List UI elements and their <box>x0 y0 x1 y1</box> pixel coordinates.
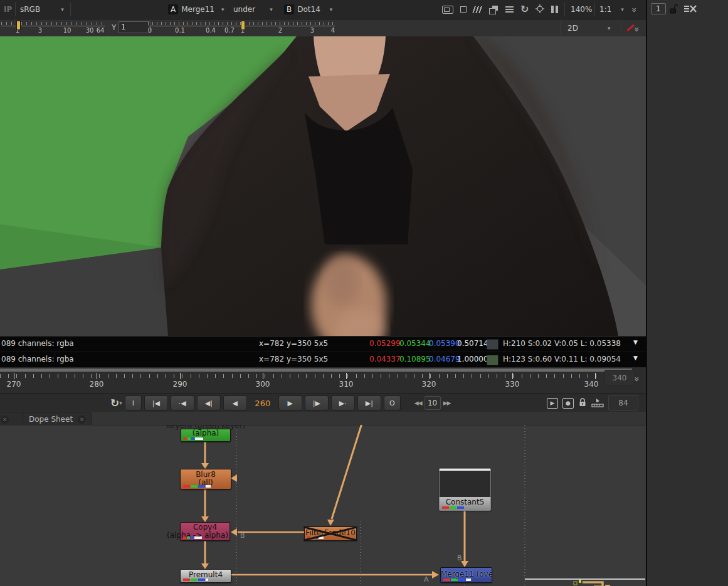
loop-mode-button[interactable]: ↻ ▾ <box>110 397 122 409</box>
cursor-coords: x=782 y=350 5x5 <box>259 339 328 348</box>
tab-dope-sheet[interactable]: Dope Sheet × <box>23 412 92 426</box>
chevron-down-icon: ▾ <box>330 6 333 13</box>
node-connections <box>0 425 646 586</box>
set-in-point-button[interactable]: I <box>125 395 142 411</box>
range-end-box[interactable]: 340 <box>604 370 635 386</box>
zoom-level[interactable]: 140% <box>571 0 592 19</box>
viewer-input-number[interactable]: 1 <box>651 3 666 14</box>
transport-bar: ↻ ▾ I |◀ ·◀ ◀| ◀ 260 ▶ |▶ ▶· ▶| O ◀◀ 10 … <box>0 393 646 412</box>
gamma-tick-label: 3 <box>310 27 314 34</box>
channel-indicator <box>307 536 324 539</box>
set-out-point-button[interactable]: O <box>384 395 401 411</box>
refresh-icon[interactable]: ↻ <box>520 5 529 14</box>
decrement-frame-button[interactable]: ◀◀ <box>414 400 422 406</box>
playback-controls: ↻ ▾ I |◀ ·◀ ◀| ◀ 260 ▶ |▶ ▶· ▶| O ◀◀ 10 … <box>110 395 450 411</box>
go-to-start-button[interactable]: |◀ <box>144 395 168 411</box>
chevron-down-icon: ▾ <box>608 25 611 31</box>
input-a-badge: A <box>168 4 178 14</box>
clipping-warning-icon[interactable] <box>472 6 483 13</box>
lock-range-icon[interactable] <box>578 397 587 409</box>
viewer-toolbar: IP sRGB ▾ A Merge11 ▾ under ▾ B Dot14 ▾ … <box>0 0 646 19</box>
node-graph-panel: r × Dope Sheet × <box>0 412 646 586</box>
frame-tick-label: 270 <box>7 380 21 389</box>
increment-frame-button[interactable]: ▶▶ <box>443 400 451 406</box>
flipbook-play-icon[interactable]: ▶ <box>547 398 558 409</box>
viewer-canvas[interactable] <box>0 36 646 336</box>
format-frame-icon[interactable] <box>442 6 453 14</box>
fieldlines-icon[interactable] <box>505 6 514 13</box>
safe-zone-icon[interactable] <box>535 4 544 15</box>
monitor-output-icon[interactable] <box>683 4 697 15</box>
next-keyframe-button[interactable]: ▶· <box>331 395 355 411</box>
record-icon[interactable]: ● <box>562 398 574 409</box>
view-mode-dropdown[interactable]: 2D ▾ <box>567 19 610 36</box>
colorspace-dropdown[interactable]: sRGB ▾ <box>20 0 64 19</box>
step-back-button[interactable]: ◀| <box>197 395 221 411</box>
viewer-icon-strip: ↻ <box>442 0 558 19</box>
node-constant[interactable]: Constant5 <box>439 468 491 511</box>
close-icon[interactable]: × <box>78 416 86 424</box>
divider <box>15 3 16 16</box>
input-a-dropdown[interactable]: A Merge11 ▾ <box>168 0 224 19</box>
channel-indicator <box>184 437 203 440</box>
chevron-down-icon[interactable]: ▼ <box>633 355 638 361</box>
color-swatch <box>487 355 499 365</box>
input-b-dropdown[interactable]: B Dot14 ▾ <box>284 0 332 19</box>
collapse-timeline-icon[interactable]: » <box>632 377 642 381</box>
close-icon[interactable]: × <box>1 416 9 424</box>
node-filter-erode[interactable]: FilterErode10 <box>304 526 357 541</box>
flipbook-controls: ▶ ● 84 <box>547 395 638 411</box>
node-merge[interactable]: Merge11 (over) <box>440 567 492 583</box>
node-keyer[interactable]: Keyer6 (green keyer) (alpha) <box>181 429 231 442</box>
node-graph-minimap[interactable] <box>525 578 645 586</box>
node-blur[interactable]: Blur8 (all) <box>180 469 231 489</box>
pixel-info-bar-b: 089 channels: rgba x=782 y=350 5x5 0.043… <box>0 352 646 368</box>
timeline-scrollbar[interactable] <box>0 369 632 372</box>
chevron-down-icon: ▾ <box>119 400 122 406</box>
collapse-toolbar-icon[interactable]: » <box>631 8 640 12</box>
gain-slider-handle[interactable] <box>16 21 21 30</box>
gamma-tick-label: 0.1 <box>175 27 185 34</box>
current-frame-display[interactable]: 260 <box>250 396 276 410</box>
input-b-badge: B <box>284 4 294 14</box>
pause-updates-icon[interactable] <box>551 6 558 13</box>
gain-tick-label: 3 <box>38 27 42 34</box>
chevron-down-icon: ▾ <box>221 6 224 13</box>
gamma-value-input[interactable]: 1 <box>118 21 150 33</box>
viewer-image <box>0 36 646 336</box>
timeline[interactable]: 270 280 290 300 310 320 330 340 340 » <box>0 367 646 393</box>
chevron-down-icon[interactable]: ▼ <box>633 339 638 345</box>
chevron-down-icon: ▾ <box>270 6 273 13</box>
channel-indicator <box>442 506 464 509</box>
red-value: 0.05299 <box>369 339 401 348</box>
step-forward-button[interactable]: |▶ <box>305 395 329 411</box>
pixel-info-bar-a: 089 channels: rgba x=782 y=350 5x5 0.052… <box>0 337 646 352</box>
wipe-overlay-icon[interactable] <box>489 6 499 13</box>
gain-slider[interactable]: 1 3 10 30 64 <box>1 21 105 35</box>
gamma-slider-handle[interactable] <box>241 21 245 30</box>
node-premult[interactable]: Premult4 <box>180 569 231 583</box>
channels-label: 089 channels: rgba <box>1 355 74 364</box>
viewer-control-row: 1 3 10 30 64 Y 1 0 0.1 0.4 0.7 1 2 3 4 2… <box>0 19 646 37</box>
fps-display[interactable]: 84 <box>608 395 638 411</box>
input-process-toggle[interactable]: IP <box>4 0 12 19</box>
proxy-dropdown[interactable]: 1:1 ▾ <box>599 0 624 19</box>
gamma-slider[interactable]: 0 0.1 0.4 0.7 1 2 3 4 <box>148 21 335 35</box>
frame-tick-label: 330 <box>505 380 520 389</box>
frame-range-ruler-icon[interactable] <box>591 397 604 409</box>
gamma-tick-label: 0 <box>148 27 152 34</box>
gain-tick-label: 64 <box>97 27 105 34</box>
frame-tick-label: 310 <box>339 380 354 389</box>
go-to-end-button[interactable]: ▶| <box>357 395 381 411</box>
frame-increment-box[interactable]: 10 <box>425 396 441 410</box>
collapse-row-icon[interactable]: » <box>632 27 642 31</box>
play-backward-button[interactable]: ◀ <box>223 395 247 411</box>
color-swatch <box>487 339 499 350</box>
play-button[interactable]: ▶ <box>278 395 302 411</box>
merge-operation-dropdown[interactable]: under ▾ <box>233 0 273 19</box>
region-of-interest-icon[interactable] <box>460 6 467 13</box>
node-copy[interactable]: Copy4 (alpha -> alpha) <box>180 522 230 541</box>
prev-keyframe-button[interactable]: ·◀ <box>171 395 194 411</box>
unlock-icon[interactable] <box>668 4 678 16</box>
node-graph-canvas[interactable]: B A B Keyer6 (green keyer) (alpha) Blur8… <box>0 425 646 586</box>
